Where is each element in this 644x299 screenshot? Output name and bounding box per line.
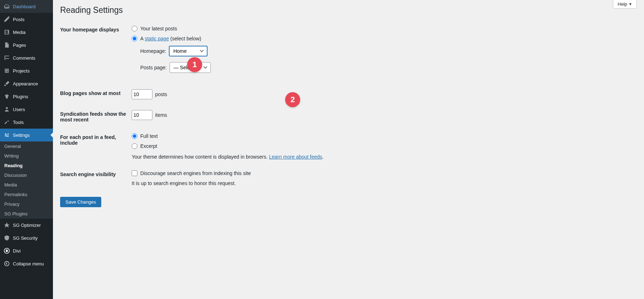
homepage-display-content: 1 Your latest posts A static page (selec… — [132, 26, 637, 79]
blog-pages-suffix: posts — [155, 91, 167, 97]
radio-full-text-label[interactable]: Full text — [140, 133, 158, 139]
radio-latest-posts[interactable] — [132, 26, 137, 31]
visibility-row: Search engine visibility Discourage sear… — [60, 170, 637, 186]
radio-latest-posts-label[interactable]: Your latest posts — [140, 26, 177, 31]
sidebar-label: Plugins — [13, 94, 28, 99]
sidebar-label: Media — [13, 30, 25, 35]
blog-pages-input[interactable] — [132, 89, 152, 99]
projects-icon — [4, 68, 10, 74]
sidebar-item-users[interactable]: Users — [0, 103, 53, 116]
submenu-item-media[interactable]: Media — [0, 180, 53, 190]
feed-include-content: Full text Excerpt Your theme determines … — [132, 133, 637, 160]
comments-icon — [4, 55, 10, 61]
submenu-item-general[interactable]: General — [0, 141, 53, 151]
sidebar-item-collapse[interactable]: Collapse menu — [0, 257, 53, 270]
learn-more-link[interactable]: Learn more about feeds — [269, 154, 322, 160]
admin-sidebar: Dashboard Posts Media Pages Comments Pro… — [0, 0, 53, 299]
sidebar-item-tools[interactable]: Tools — [0, 116, 53, 129]
save-row: Save Changes 3 — [60, 186, 637, 207]
sidebar-item-media[interactable]: Media — [0, 26, 53, 39]
sidebar-item-posts[interactable]: Posts — [0, 13, 53, 26]
visibility-checkbox-row: Discourage search engines from indexing … — [132, 170, 637, 176]
plugins-icon — [4, 93, 10, 100]
syndication-content: items — [132, 110, 637, 120]
syndication-row: Syndication feeds show the most recent i… — [60, 110, 637, 123]
sidebar-label: Settings — [13, 133, 30, 138]
homepage-select[interactable]: Home — [169, 46, 208, 56]
page-title: Reading Settings — [60, 5, 637, 15]
appearance-icon — [4, 80, 10, 87]
sg-security-icon — [4, 235, 10, 241]
submenu-item-privacy[interactable]: Privacy — [0, 199, 53, 209]
svg-point-1 — [5, 261, 9, 266]
settings-icon — [4, 132, 10, 138]
submenu-item-writing[interactable]: Writing — [0, 151, 53, 161]
radio-full-text[interactable] — [132, 133, 137, 139]
visibility-note: It is up to search engines to honor this… — [132, 180, 637, 186]
radio-static-page[interactable] — [132, 36, 137, 41]
feed-include-row: For each post in a feed, include Full te… — [60, 133, 637, 160]
sidebar-item-appearance[interactable]: Appearance — [0, 77, 53, 90]
caret-down-icon: ▼ — [629, 2, 632, 6]
discourage-checkbox[interactable] — [132, 170, 137, 176]
blog-pages-label: Blog pages show at most — [60, 89, 132, 96]
visibility-label: Search engine visibility — [60, 170, 132, 177]
posts-page-select-label: Posts page: — [140, 65, 167, 70]
radio-excerpt-label[interactable]: Excerpt — [140, 143, 157, 149]
sidebar-item-plugins[interactable]: Plugins — [0, 90, 53, 103]
radio-excerpt[interactable] — [132, 143, 137, 149]
blog-pages-content: posts — [132, 89, 637, 99]
feed-include-label: For each post in a feed, include — [60, 133, 132, 146]
tools-icon — [4, 119, 10, 125]
sidebar-label: Projects — [13, 68, 30, 74]
homepage-select-row: Homepage: Home 2 — [140, 46, 637, 56]
users-icon — [4, 106, 10, 113]
homepage-display-label: Your homepage displays — [60, 26, 132, 33]
media-icon — [4, 29, 10, 35]
visibility-content: Discourage search engines from indexing … — [132, 170, 637, 186]
sidebar-item-projects[interactable]: Projects — [0, 64, 53, 77]
homepage-select-label: Homepage: — [140, 48, 166, 54]
sidebar-item-sg-optimizer[interactable]: SG Optimizer — [0, 219, 53, 231]
collapse-icon — [4, 260, 10, 267]
radio-static-page-label[interactable]: A static page (select below) — [140, 36, 201, 41]
homepage-display-row: Your homepage displays 1 Your latest pos… — [60, 26, 637, 79]
syndication-label: Syndication feeds show the most recent — [60, 110, 132, 123]
sidebar-label: Collapse menu — [13, 261, 44, 266]
annotation-marker-2: 2 — [285, 92, 300, 107]
sidebar-label: Divi — [13, 248, 21, 254]
save-button[interactable]: Save Changes — [60, 197, 101, 207]
dashboard-icon — [4, 3, 10, 10]
sidebar-item-sg-security[interactable]: SG Security — [0, 231, 53, 244]
sidebar-item-pages[interactable]: Pages — [0, 39, 53, 51]
pages-icon — [4, 42, 10, 48]
sidebar-item-settings[interactable]: Settings — [0, 129, 53, 141]
help-tab[interactable]: Help ▼ — [613, 0, 637, 9]
settings-form: Your homepage displays 1 Your latest pos… — [60, 26, 637, 186]
divi-icon — [4, 248, 10, 254]
settings-submenu: General Writing Reading Discussion Media… — [0, 141, 53, 219]
sidebar-label: Dashboard — [13, 4, 36, 9]
submenu-item-discussion[interactable]: Discussion — [0, 170, 53, 180]
sidebar-label: Pages — [13, 43, 26, 48]
blog-pages-row: Blog pages show at most posts — [60, 89, 637, 99]
sidebar-item-dashboard[interactable]: Dashboard — [0, 0, 53, 13]
static-page-link[interactable]: static page — [145, 36, 169, 41]
submenu-item-sg-plugins[interactable]: SG Plugins — [0, 209, 53, 219]
posts-page-select-row: Posts page: — Select — — [140, 62, 637, 73]
sidebar-item-comments[interactable]: Comments — [0, 51, 53, 64]
discourage-checkbox-label[interactable]: Discourage search engines from indexing … — [140, 170, 251, 176]
help-label: Help — [618, 1, 627, 7]
feed-option-full: Full text — [132, 133, 637, 139]
submenu-item-permalinks[interactable]: Permalinks — [0, 190, 53, 199]
sidebar-label: SG Optimizer — [13, 223, 41, 228]
syndication-suffix: items — [155, 112, 167, 118]
syndication-input[interactable] — [132, 110, 152, 120]
sidebar-label: Appearance — [13, 81, 38, 86]
sidebar-label: Tools — [13, 120, 24, 125]
sidebar-item-divi[interactable]: Divi — [0, 244, 53, 257]
submenu-item-reading[interactable]: Reading — [0, 161, 53, 170]
sidebar-label: Comments — [13, 55, 35, 61]
sidebar-label: Posts — [13, 17, 25, 22]
posts-icon — [4, 16, 10, 23]
